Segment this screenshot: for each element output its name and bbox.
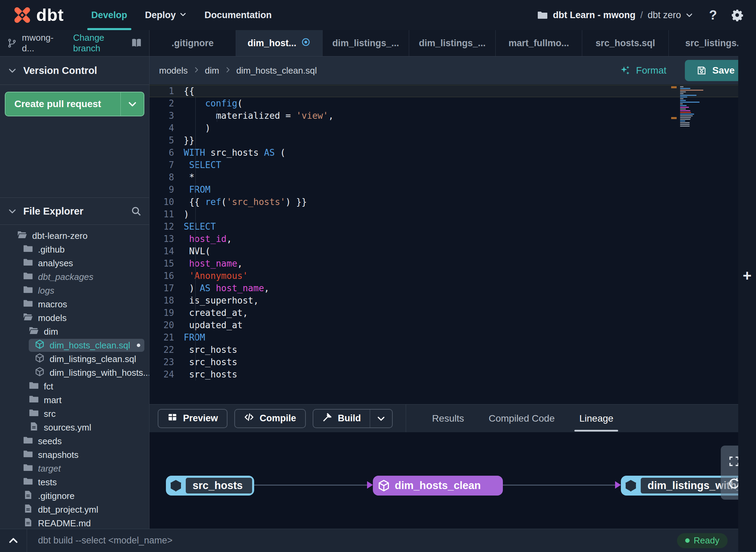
file-tree-item[interactable]: macros <box>0 297 149 311</box>
file-tree-item[interactable]: models <box>0 311 149 325</box>
code-line[interactable]: 22 src_hosts <box>149 344 756 356</box>
file-tree-item[interactable]: dim_hosts_clean.sql <box>0 338 149 352</box>
file-tree-item[interactable]: sources.yml <box>0 421 149 434</box>
create-pull-request-label[interactable]: Create pull request <box>5 92 120 116</box>
file-tree-item[interactable]: src <box>0 407 149 421</box>
lineage-node[interactable]: src_hosts <box>166 476 254 496</box>
file-tree-item[interactable]: dim_listings_with_hosts... <box>0 366 149 380</box>
file-tree-item[interactable]: snapshots <box>0 448 149 462</box>
gear-icon[interactable] <box>731 9 744 22</box>
file-tree-item[interactable]: mart <box>0 393 149 407</box>
line-number: 21 <box>149 331 184 344</box>
editor-tab[interactable]: dim_host... <box>236 30 323 56</box>
file-tree-item[interactable]: analyses <box>0 256 149 270</box>
code-line[interactable]: 1{{ <box>149 85 756 97</box>
code-line[interactable]: 4 ) <box>149 122 756 134</box>
code-line[interactable]: 6WITH src_hosts AS ( <box>149 146 756 159</box>
project-name: dbt Learn - mwong <box>553 10 635 21</box>
build-dropdown-caret[interactable] <box>370 410 392 427</box>
line-number: 23 <box>149 356 184 368</box>
code-line[interactable]: 20 updated_at <box>149 319 756 331</box>
panel-tab-compiled-code[interactable]: Compiled Code <box>476 405 567 432</box>
compile-button[interactable]: Compile <box>234 409 306 428</box>
code-line[interactable]: 2 config( <box>149 97 756 110</box>
editor-tab[interactable]: dim_listings_... <box>409 30 496 56</box>
line-number: 7 <box>149 159 184 171</box>
help-icon[interactable]: ? <box>709 8 717 23</box>
minimap-line <box>680 98 683 99</box>
file-tree-item[interactable]: dbt-learn-zero <box>0 229 149 243</box>
editor-tab[interactable]: .gitignore <box>149 30 236 56</box>
code-line[interactable]: 5}} <box>149 134 756 146</box>
code-line[interactable]: 21FROM <box>149 331 756 344</box>
minimap-line <box>680 100 686 101</box>
save-button[interactable]: Save <box>685 60 746 81</box>
minimap-line <box>680 86 683 87</box>
code-line[interactable]: 16 'Anonymous' <box>149 270 756 282</box>
dbt-logo[interactable]: dbt <box>12 4 64 26</box>
file-tree-item[interactable]: dbt_packages <box>0 270 149 284</box>
code-line[interactable]: 18 is_superhost, <box>149 294 756 307</box>
breadcrumb-item[interactable]: dim <box>205 65 219 76</box>
docs-book-icon[interactable] <box>131 37 142 49</box>
minimap-line <box>680 122 690 123</box>
command-input[interactable]: dbt build --select <model_name> <box>38 535 172 546</box>
chevron-up-icon[interactable] <box>8 535 19 547</box>
file-explorer-header[interactable]: File Explorer <box>0 197 149 225</box>
file-tree-item[interactable]: dim_listings_clean.sql <box>0 352 149 366</box>
file-tree-item[interactable]: target <box>0 462 149 475</box>
lineage-canvas[interactable]: src_hostsdim_hosts_cleandim_listings_wit… <box>149 432 756 529</box>
file-tree-item[interactable]: logs <box>0 284 149 297</box>
preview-button[interactable]: Preview <box>158 409 227 428</box>
code-line[interactable]: 9 FROM <box>149 183 756 196</box>
panel-tab-lineage[interactable]: Lineage <box>567 405 626 432</box>
nav-item-documentation[interactable]: Documentation <box>196 0 281 30</box>
file-tree-item[interactable]: tests <box>0 475 149 489</box>
file-tree-item[interactable]: dbt_project.yml <box>0 503 149 516</box>
code-editor[interactable]: 1{{2 config(3 materialized = 'view',4 )5… <box>149 85 756 404</box>
breadcrumb-item[interactable]: dim_hosts_clean.sql <box>236 65 317 76</box>
nav-item-deploy[interactable]: Deploy <box>136 0 196 30</box>
branch-name: mwong-d... <box>22 33 64 54</box>
code-line[interactable]: 10 {{ ref('src_hosts') }} <box>149 196 756 208</box>
code-line[interactable]: 11) <box>149 208 756 220</box>
code-line[interactable]: 19 created_at, <box>149 307 756 319</box>
project-selector[interactable]: dbt Learn - mwong / dbt zero <box>537 10 693 21</box>
panel-tab-results[interactable]: Results <box>420 405 476 432</box>
format-button[interactable]: Format <box>619 64 666 77</box>
code-line[interactable]: 7 SELECT <box>149 159 756 171</box>
code-line[interactable]: 8 * <box>149 171 756 183</box>
create-pull-request-button[interactable]: Create pull request <box>5 92 144 116</box>
change-branch-link[interactable]: Change branch <box>73 33 131 54</box>
code-line[interactable]: 24 src_hosts <box>149 368 756 381</box>
file-tree-item[interactable]: .github <box>0 243 149 256</box>
editor-tab[interactable]: dim_listings_... <box>323 30 409 56</box>
code-line[interactable]: 17 ) AS host_name, <box>149 282 756 294</box>
new-tab-button[interactable]: + <box>738 0 756 552</box>
build-button[interactable]: Build <box>313 409 393 428</box>
panel-header: PreviewCompileBuild ResultsCompiled Code… <box>149 404 756 432</box>
minimap[interactable] <box>680 86 705 127</box>
file-tree-item[interactable]: seeds <box>0 434 149 448</box>
breadcrumb-item[interactable]: models <box>159 65 188 76</box>
nav-item-develop[interactable]: Develop <box>82 0 136 30</box>
minimap-line <box>680 108 686 110</box>
code-line[interactable]: 3 materialized = 'view', <box>149 110 756 122</box>
pr-dropdown-caret[interactable] <box>120 92 144 116</box>
lineage-node[interactable]: dim_hosts_clean <box>373 476 503 496</box>
file-tree-item[interactable]: dim <box>0 325 149 338</box>
code-line[interactable]: 12SELECT <box>149 220 756 233</box>
file-tree-item[interactable]: .gitignore <box>0 489 149 503</box>
version-control-header[interactable]: Version Control <box>0 56 149 85</box>
code-line[interactable]: 15 host_name, <box>149 257 756 270</box>
code-line[interactable]: 23 src_hosts <box>149 356 756 368</box>
editor-tab[interactable]: src_hosts.sql <box>582 30 669 56</box>
line-number: 8 <box>149 171 184 183</box>
code-line[interactable]: 14 NVL( <box>149 245 756 257</box>
editor-tab[interactable]: mart_fullmo... <box>496 30 582 56</box>
status-badge: Ready <box>677 533 728 548</box>
file-tree-item[interactable]: README.md <box>0 516 149 529</box>
code-line[interactable]: 13 host_id, <box>149 233 756 245</box>
file-tree-item[interactable]: fct <box>0 380 149 393</box>
search-icon[interactable] <box>131 206 142 217</box>
